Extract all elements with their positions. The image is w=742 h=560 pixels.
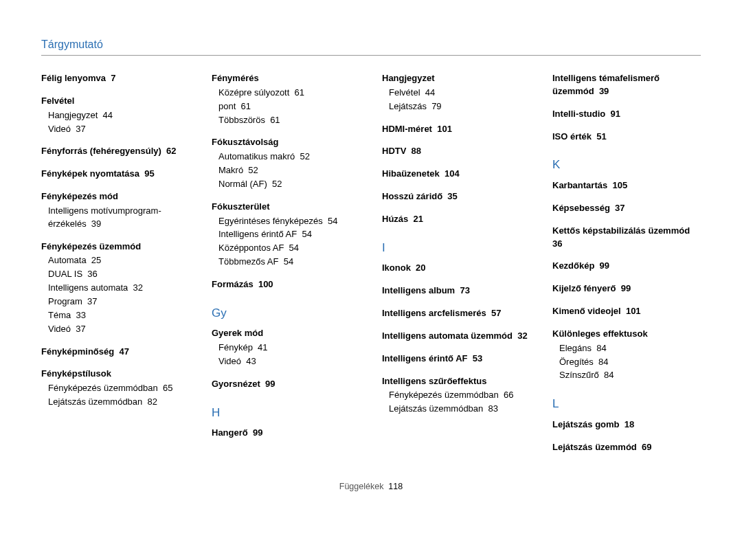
sub-item[interactable]: Fényképezés üzemmódban 66	[389, 389, 530, 402]
entry-heading[interactable]: Képsebesség 37	[552, 202, 701, 215]
sub-item[interactable]: Színszűrő 84	[559, 369, 701, 382]
entry-heading[interactable]: Gyerek mód	[212, 327, 360, 340]
index-entry: Lejátszás gomb 18	[552, 418, 701, 432]
entry-heading[interactable]: Fényképstílusok	[41, 368, 190, 381]
entry-heading[interactable]: Kezdőkép 99	[552, 260, 701, 273]
section-letter: I	[382, 240, 530, 257]
sub-item[interactable]: Lejátszás 79	[389, 100, 530, 113]
sub-item[interactable]: DUAL IS 36	[48, 268, 190, 281]
entry-heading[interactable]: Intelli-studio 91	[552, 108, 701, 121]
index-entry: Karbantartás 105	[552, 179, 701, 192]
sub-list: Elegáns 84Öregítés 84Színszűrő 84	[559, 342, 701, 383]
sub-item[interactable]: Téma 33	[48, 309, 190, 322]
sub-item[interactable]: Felvétel 44	[389, 87, 530, 100]
entry-heading[interactable]: Kettős képstabilizálás üzemmód 36	[552, 225, 701, 251]
entry-heading[interactable]: Lejátszás üzemmód 69	[552, 441, 701, 454]
entry-heading[interactable]: Fénymérés	[212, 72, 360, 85]
entry-heading[interactable]: Intelligens automata üzemmód 32	[382, 330, 530, 343]
sub-item[interactable]: Automata 25	[48, 254, 190, 267]
sub-item[interactable]: Középpontos AF 54	[218, 242, 360, 255]
index-entry: Kimenő videojel 101	[552, 305, 701, 318]
sub-item[interactable]: Videó 43	[218, 355, 360, 368]
index-entry: Formázás 100	[212, 278, 360, 291]
index-entry: HDMI-méret 101	[382, 123, 530, 136]
entry-heading[interactable]: Fényforrás (fehéregyensúly) 62	[41, 145, 190, 158]
entry-heading[interactable]: HDMI-méret 101	[382, 123, 530, 136]
entry-heading[interactable]: Fényképezés mód	[41, 190, 190, 203]
index-entry: FókusztávolságAutomatikus makró 52Makró …	[212, 136, 360, 190]
entry-heading[interactable]: Különleges effektusok	[552, 328, 701, 341]
entry-heading[interactable]: Fókusztávolság	[212, 136, 360, 149]
sub-list: Hangjegyzet 44Videó 37	[48, 109, 190, 136]
entry-heading[interactable]: Fényképminőség 47	[41, 346, 190, 359]
sub-item[interactable]: Középre súlyozott 61	[218, 87, 360, 100]
entry-heading[interactable]: Karbantartás 105	[552, 179, 701, 192]
entry-heading[interactable]: Hangjegyzet	[382, 72, 530, 85]
index-entry: FókuszterületEgyérintéses fényképezés 54…	[212, 201, 360, 269]
index-entry: Kettős képstabilizálás üzemmód 36	[552, 225, 701, 251]
entry-heading[interactable]: Intelligens szűrőeffektus	[382, 375, 530, 388]
entry-heading[interactable]: ISO érték 51	[552, 131, 701, 144]
entry-heading[interactable]: Fókuszterület	[212, 201, 360, 214]
sub-item[interactable]: Többmezős AF 54	[218, 256, 360, 269]
sub-item[interactable]: Lejátszás üzemmódban 83	[389, 403, 530, 416]
entry-heading[interactable]: Kijelző fényerő 99	[552, 282, 701, 295]
footer-label: Függelékek	[339, 482, 384, 491]
sub-item[interactable]: Intelligens automata 32	[48, 282, 190, 295]
entry-heading[interactable]: Ikonok 20	[382, 262, 530, 275]
index-entry: Különleges effektusokElegáns 84Öregítés …	[552, 328, 701, 382]
sub-item[interactable]: Elegáns 84	[559, 342, 701, 355]
entry-heading[interactable]: Félig lenyomva 7	[41, 72, 190, 85]
entry-heading[interactable]: Felvétel	[41, 95, 190, 108]
sub-list: Fényképezés üzemmódban 65Lejátszás üzemm…	[48, 382, 190, 409]
sub-item[interactable]: pont 61	[218, 100, 360, 113]
sub-item[interactable]: Öregítés 84	[559, 356, 701, 369]
sub-item[interactable]: Fényképezés üzemmódban 65	[48, 382, 190, 395]
entry-heading[interactable]: Húzás 21	[382, 213, 530, 226]
index-entry: Hibaüzenetek 104	[382, 168, 530, 181]
sub-item[interactable]: Videó 37	[48, 323, 190, 336]
entry-heading[interactable]: Gyorsnézet 99	[212, 378, 360, 391]
sub-list: Középre súlyozott 61pont 61Többszörös 61	[218, 87, 360, 127]
index-entry: HangjegyzetFelvétel 44Lejátszás 79	[382, 72, 530, 113]
index-entry: Intelligens arcfelismerés 57	[382, 307, 530, 320]
entry-heading[interactable]: Intelligens album 73	[382, 284, 530, 298]
index-entry: Gyorsnézet 99	[212, 378, 360, 391]
entry-heading[interactable]: Hangerő 99	[212, 427, 360, 440]
index-entry: Intelligens érintő AF 53	[382, 352, 530, 366]
entry-heading[interactable]: Intelligens érintő AF 53	[382, 352, 530, 366]
entry-heading[interactable]: Fényképezés üzemmód	[41, 240, 190, 254]
sub-item[interactable]: Normál (AF) 52	[218, 178, 360, 191]
sub-item[interactable]: Hangjegyzet 44	[48, 109, 190, 122]
sub-item[interactable]: Intelligens motívumprogram-érzékelés 39	[48, 205, 190, 231]
index-entry: Kezdőkép 99	[552, 260, 701, 273]
entry-heading[interactable]: Fényképek nyomtatása 95	[41, 168, 190, 181]
page-title: Tárgymutató	[41, 38, 701, 56]
index-entry: Fényképezés üzemmódAutomata 25DUAL IS 36…	[41, 240, 190, 336]
index-entry: ISO érték 51	[552, 131, 701, 144]
entry-heading[interactable]: HDTV 88	[382, 145, 530, 158]
sub-item[interactable]: Intelligens érintő AF 54	[218, 228, 360, 241]
sub-item[interactable]: Fénykép 41	[218, 341, 360, 355]
index-entry: Fényforrás (fehéregyensúly) 62	[41, 145, 190, 158]
index-entry: Intelli-studio 91	[552, 108, 701, 121]
sub-item[interactable]: Automatikus makró 52	[218, 150, 360, 164]
sub-item[interactable]: Makró 52	[218, 164, 360, 177]
entry-heading[interactable]: Formázás 100	[212, 278, 360, 291]
index-entry: Hosszú záridő 35	[382, 190, 530, 203]
sub-item[interactable]: Program 37	[48, 295, 190, 309]
index-entry: Intelligens szűrőeffektusFényképezés üze…	[382, 375, 530, 416]
sub-item[interactable]: Lejátszás üzemmódban 82	[48, 396, 190, 409]
index-entry: HDTV 88	[382, 145, 530, 158]
sub-item[interactable]: Többszörös 61	[218, 114, 360, 127]
sub-item[interactable]: Egyérintéses fényképezés 54	[218, 215, 360, 228]
entry-heading[interactable]: Hibaüzenetek 104	[382, 168, 530, 181]
entry-heading[interactable]: Kimenő videojel 101	[552, 305, 701, 318]
sub-list: Automata 25DUAL IS 36Intelligens automat…	[48, 254, 190, 335]
section-letter: Gy	[212, 305, 360, 322]
sub-item[interactable]: Videó 37	[48, 123, 190, 136]
entry-heading[interactable]: Intelligens témafelismerő üzemmód 39	[552, 72, 701, 98]
entry-heading[interactable]: Hosszú záridő 35	[382, 190, 530, 203]
entry-heading[interactable]: Intelligens arcfelismerés 57	[382, 307, 530, 320]
entry-heading[interactable]: Lejátszás gomb 18	[552, 418, 701, 432]
